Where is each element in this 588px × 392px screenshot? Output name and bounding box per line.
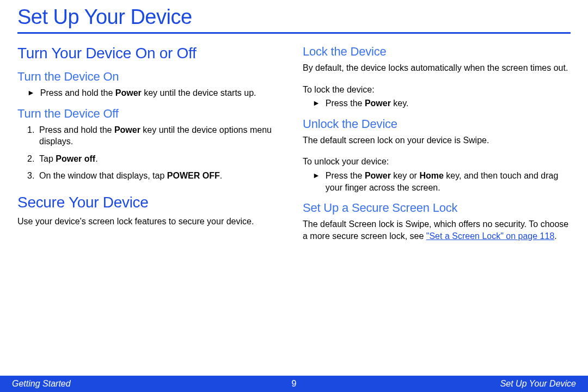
heading-unlock-device: Unlock the Device	[303, 117, 571, 131]
text-bold: Power	[114, 125, 140, 134]
text-bold: Power	[365, 99, 391, 108]
heading-secure-device: Secure Your Device	[17, 194, 285, 211]
lead-unlock-device: To unlock your device:	[303, 156, 571, 168]
footer-section-name: Getting Started	[12, 379, 292, 389]
arrow-icon: ►	[313, 98, 320, 110]
footer-page-title: Set Up Your Device	[296, 379, 576, 389]
text-pre: Press and hold the	[39, 125, 114, 134]
text-bold: Power off	[56, 154, 95, 163]
text-pre: Tap	[39, 154, 56, 163]
step-text: Tap Power off.	[39, 153, 98, 165]
footer-page-number: 9	[292, 379, 297, 389]
step-text: Press and hold the Power key until the d…	[40, 87, 256, 99]
text-pre: On the window that displays, tap	[39, 171, 167, 180]
text-post: key until the device starts up.	[142, 88, 256, 97]
text-pre: Press the	[326, 99, 365, 108]
lead-lock-device: To lock the device:	[303, 84, 571, 96]
step-text: On the window that displays, tap POWER O…	[39, 170, 222, 182]
heading-secure-lock: Set Up a Secure Screen Lock	[303, 201, 571, 215]
content-columns: Turn Your Device On or Off Turn the Devi…	[17, 41, 571, 247]
text-bold: Power	[365, 171, 391, 180]
body-secure-lock: The default Screen lock is Swipe, which …	[303, 218, 571, 242]
body-unlock-device: The default screen lock on your device i…	[303, 134, 571, 146]
list-item: 2. Tap Power off.	[27, 153, 285, 165]
heading-turn-on-off: Turn Your Device On or Off	[17, 45, 285, 62]
heading-lock-device: Lock the Device	[303, 45, 571, 59]
right-column: Lock the Device By default, the device l…	[303, 41, 571, 247]
heading-turn-off: Turn the Device Off	[17, 107, 285, 121]
arrow-step-unlock: ► Press the Power key or Home key, and t…	[313, 170, 571, 193]
step-text: Press the Power key or Home key, and the…	[326, 170, 571, 193]
text-post: .	[220, 171, 222, 180]
text-mid: key or	[391, 171, 419, 180]
left-column: Turn Your Device On or Off Turn the Devi…	[17, 41, 285, 247]
text-bold: Power	[115, 88, 142, 97]
arrow-icon: ►	[313, 170, 320, 194]
text-pre: Press and hold the	[40, 88, 115, 97]
body-lock-device: By default, the device locks automatical…	[303, 62, 571, 74]
ordered-steps-turn-off: 1. Press and hold the Power key until th…	[27, 124, 285, 182]
list-item: 1. Press and hold the Power key until th…	[27, 124, 285, 148]
step-number: 3.	[27, 170, 39, 182]
text-bold: Home	[419, 171, 443, 180]
text-post: .	[95, 154, 97, 163]
body-secure-device: Use your device's screen lock features t…	[17, 216, 285, 228]
step-number: 1.	[27, 124, 39, 148]
step-number: 2.	[27, 153, 39, 165]
step-text: Press the Power key.	[326, 97, 409, 109]
page-title: Set Up Your Device	[17, 5, 571, 32]
text-post: key.	[391, 99, 409, 108]
arrow-icon: ►	[27, 88, 35, 100]
list-item: 3. On the window that displays, tap POWE…	[27, 170, 285, 182]
xref-set-screen-lock[interactable]: "Set a Screen Lock" on page 118	[426, 231, 555, 241]
heading-turn-on: Turn the Device On	[17, 70, 285, 84]
arrow-step-turn-on: ► Press and hold the Power key until the…	[27, 87, 285, 99]
page-footer: Getting Started 9 Set Up Your Device	[0, 376, 588, 392]
title-rule	[17, 32, 571, 34]
step-text: Press and hold the Power key until the d…	[39, 124, 285, 148]
text-pre: Press the	[326, 171, 365, 180]
arrow-step-lock: ► Press the Power key.	[313, 97, 571, 109]
text-post: .	[554, 231, 556, 241]
text-bold: POWER OFF	[167, 171, 220, 180]
